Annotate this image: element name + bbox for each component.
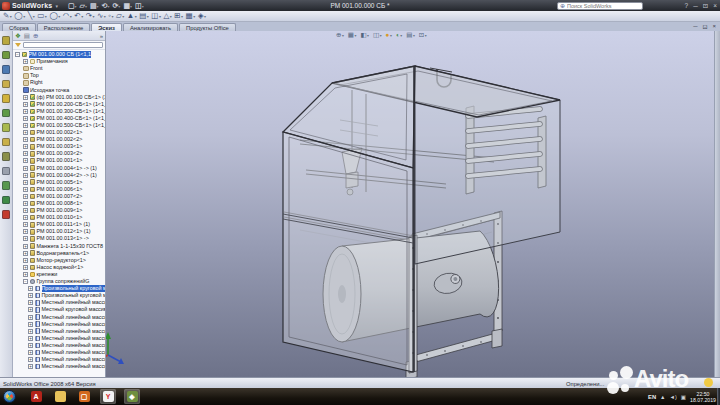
tree-item[interactable]: PM 001.00.003<2> xyxy=(13,150,105,157)
start-button[interactable] xyxy=(3,390,16,403)
taskbar-app-button[interactable]: ◈ xyxy=(124,389,140,404)
expand-toggle-icon[interactable] xyxy=(23,151,28,156)
taskbar-app-button[interactable]: A xyxy=(28,389,44,404)
expand-toggle-icon[interactable] xyxy=(23,194,28,199)
tree-item[interactable]: Манжета 1-1-15х30 ГОСТ8 xyxy=(13,243,105,250)
language-indicator[interactable]: EN xyxy=(648,394,656,400)
tree-item[interactable]: Примечания xyxy=(13,58,105,65)
expand-toggle-icon[interactable] xyxy=(23,109,28,114)
expand-toggle-icon[interactable] xyxy=(28,364,33,369)
tree-item[interactable]: Местный линейный массив xyxy=(13,335,105,342)
expand-toggle-icon[interactable] xyxy=(23,95,28,100)
tree-item[interactable]: Местный линейный массив xyxy=(13,299,105,306)
sketch-tool-icon[interactable]: ╲▾ xyxy=(28,11,35,21)
quick-tool-icon[interactable]: ⟲▾ xyxy=(102,1,110,11)
tree-item[interactable]: PM 001.00.004<2> -> (1) xyxy=(13,172,105,179)
assembly-tool-icon[interactable] xyxy=(2,167,11,176)
expand-toggle-icon[interactable] xyxy=(28,343,33,348)
tree-item[interactable]: Местный линейный массив xyxy=(13,349,105,356)
expand-toggle-icon[interactable] xyxy=(23,279,28,284)
tree-item[interactable]: Исходная точка xyxy=(13,86,105,93)
help-button[interactable]: ? xyxy=(685,1,689,10)
tree-item[interactable]: Front xyxy=(13,65,105,72)
assembly-tool-icon[interactable] xyxy=(2,51,11,60)
expand-toggle-icon[interactable] xyxy=(28,329,33,334)
expand-toggle-icon[interactable] xyxy=(23,187,28,192)
assembly-tool-icon[interactable] xyxy=(2,36,11,45)
tree-item[interactable]: Местный линейный массив xyxy=(13,328,105,335)
tree-item[interactable]: Местный линейный массив xyxy=(13,342,105,349)
expand-toggle-icon[interactable] xyxy=(23,137,28,142)
quick-tool-icon[interactable]: ◫▾ xyxy=(135,1,144,11)
expand-toggle-icon[interactable] xyxy=(23,208,28,213)
panel-expand-chevron[interactable]: » xyxy=(100,33,103,39)
expand-toggle-icon[interactable] xyxy=(28,300,33,305)
taskbar-app-button[interactable]: Y xyxy=(100,389,116,404)
tree-item[interactable]: Произвольный круговой мас xyxy=(13,292,105,299)
assembly-tool-icon[interactable] xyxy=(2,181,11,190)
tree-item[interactable]: PM 001.00.002<1> xyxy=(13,129,105,136)
expand-toggle-icon[interactable] xyxy=(23,158,28,163)
graphics-viewport[interactable]: ⊕▾▦▾◧▾◫▾●▾◐▾▤▾⊡▾ xyxy=(106,31,714,377)
tree-item[interactable]: PM 001.00.006<1> xyxy=(13,186,105,193)
panel-tab-icon[interactable]: ▤ xyxy=(24,32,30,40)
close-button[interactable]: × xyxy=(713,1,717,10)
expand-toggle-icon[interactable] xyxy=(23,229,28,234)
view-tool-icon[interactable]: ◫▾ xyxy=(373,31,382,39)
sketch-tool-icon[interactable]: ✎▾ xyxy=(3,11,12,21)
view-tool-icon[interactable]: ⊕▾ xyxy=(336,31,344,39)
sketch-tool-icon[interactable]: ▲▾ xyxy=(127,11,137,21)
tree-item[interactable]: PM 001.00.009<1> xyxy=(13,207,105,214)
doc-close-button[interactable]: × xyxy=(712,23,716,30)
tree-item[interactable]: Насос водяной<1> xyxy=(13,264,105,271)
tree-item[interactable]: PM 001.00.000 СБ (1<1,1 xyxy=(13,51,105,58)
tree-item[interactable]: (ф) PM 001.00.100 СБ<1> (1< xyxy=(13,94,105,101)
tree-item[interactable]: PM 001.00.300-СБ<1> (1<1_1 xyxy=(13,108,105,115)
expand-toggle-icon[interactable] xyxy=(28,336,33,341)
taskbar-app-button[interactable] xyxy=(52,389,68,404)
tree-item[interactable]: PM 001.00.005<1> xyxy=(13,179,105,186)
taskbar-app-button[interactable]: ▢ xyxy=(76,389,92,404)
sketch-tool-icon[interactable]: ∿▾ xyxy=(97,11,106,21)
tree-item[interactable]: Местный круговой массив xyxy=(13,306,105,313)
assembly-tool-icon[interactable] xyxy=(2,109,11,118)
view-tool-icon[interactable]: ●▾ xyxy=(386,31,392,39)
view-tool-icon[interactable]: ◐▾ xyxy=(396,31,402,39)
view-tool-icon[interactable]: ▦▾ xyxy=(348,31,357,39)
assembly-tool-icon[interactable] xyxy=(2,80,11,89)
tree-item[interactable]: PM 001.00.200-СБ<1> (1<1_1 xyxy=(13,101,105,108)
expand-toggle-icon[interactable] xyxy=(23,258,28,263)
sketch-tool-icon[interactable]: ◠▾ xyxy=(63,11,72,21)
tree-item[interactable]: PM 001.00.013<1> -> xyxy=(13,235,105,242)
clock[interactable]: 22:50 18.07.2019 xyxy=(690,391,716,403)
quick-tool-icon[interactable]: ▢▾ xyxy=(68,1,77,11)
expand-toggle-icon[interactable] xyxy=(23,180,28,185)
tree-item[interactable]: PM 001.00.008<1> xyxy=(13,200,105,207)
sketch-tool-icon[interactable]: ▱▾ xyxy=(116,11,124,21)
expand-toggle-icon[interactable] xyxy=(23,173,28,178)
assembly-tool-icon[interactable] xyxy=(2,152,11,161)
tree-item[interactable]: PM 001.00.002<2> xyxy=(13,136,105,143)
assembly-tool-icon[interactable] xyxy=(2,196,11,205)
tree-item[interactable]: Местный линейный массив xyxy=(13,356,105,363)
command-tab[interactable]: Эскиз xyxy=(91,23,122,31)
expand-toggle-icon[interactable] xyxy=(23,265,28,270)
doc-minimize-button[interactable]: ─ xyxy=(693,23,697,30)
tree-item[interactable]: Водонагреватель<1> xyxy=(13,250,105,257)
expand-toggle-icon[interactable] xyxy=(28,307,33,312)
expand-toggle-icon[interactable] xyxy=(28,286,33,291)
sketch-tool-icon[interactable]: ↶▾ xyxy=(74,11,83,21)
quick-tool-icon[interactable]: ▤▾ xyxy=(90,1,99,11)
tree-item[interactable]: крепежи xyxy=(13,271,105,278)
tree-item[interactable]: Произвольный круговой мас xyxy=(13,285,105,292)
assembly-tool-icon[interactable] xyxy=(2,65,11,74)
menu-caret-icon[interactable]: ▾ xyxy=(55,3,58,9)
filter-input[interactable] xyxy=(23,42,103,48)
volume-icon[interactable]: ◄) xyxy=(670,394,677,400)
expand-toggle-icon[interactable] xyxy=(23,222,28,227)
expand-toggle-icon[interactable] xyxy=(28,357,33,362)
tree-item[interactable]: PM 001.00.001<1> xyxy=(13,157,105,164)
sketch-tool-icon[interactable]: △▾ xyxy=(163,11,171,21)
expand-toggle-icon[interactable] xyxy=(28,350,33,355)
tree-item[interactable]: Группа сопряженийG xyxy=(13,278,105,285)
